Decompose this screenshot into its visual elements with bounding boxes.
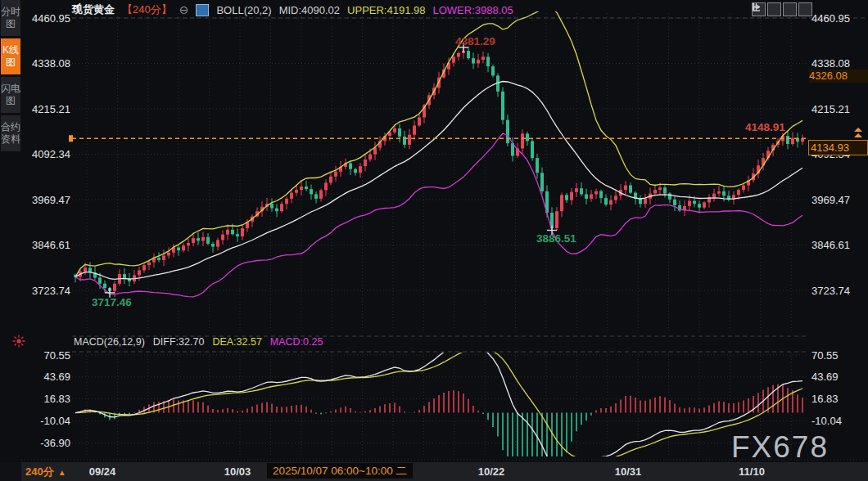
price-axis-label-right: 4215.21 (811, 103, 850, 115)
candle-body (604, 198, 608, 205)
boll-lower-value: LOWER:3988.05 (432, 4, 513, 16)
kline-chart-canvas[interactable]: 3717.464381.293886.514148.914460.954460.… (0, 0, 868, 481)
candle-body (609, 200, 613, 205)
candle-body (319, 190, 323, 198)
candle-body (103, 284, 106, 288)
candle-body (275, 209, 278, 212)
macd-axis-label-right: 70.55 (811, 349, 839, 362)
candle-body (472, 58, 475, 63)
price-axis-label-right: 3969.47 (811, 194, 850, 206)
candle-body (334, 172, 337, 177)
period-selector[interactable]: 240分 ▲ (25, 465, 66, 479)
candle-body (270, 204, 274, 208)
candle-body (418, 117, 421, 125)
candle-body (658, 187, 662, 190)
candle-body (123, 274, 126, 279)
candle-body (157, 258, 160, 260)
collapse-indicator-icon[interactable]: ⊖ (179, 3, 189, 16)
x-axis-label: 09/24 (89, 465, 116, 478)
boll-lower-line (75, 133, 802, 297)
boll-upper-line (75, 7, 802, 277)
candle-body (693, 201, 696, 205)
candle-body (653, 190, 657, 194)
candle-body (324, 182, 328, 190)
price-axis-label-left: 3723.74 (32, 285, 70, 297)
candle-body (560, 195, 563, 211)
candle-body (241, 228, 244, 236)
x-axis-label: 11/10 (739, 465, 765, 478)
candle-body (639, 199, 642, 204)
candle-body (491, 66, 495, 75)
indicator-chart-icon (196, 4, 209, 16)
candle-body (555, 211, 558, 228)
candle-body (187, 243, 190, 245)
candle-body (162, 255, 165, 259)
x-axis-label: 10/22 (478, 465, 505, 478)
selected-candle-time[interactable]: 2025/10/07 06:00~10:00 二 (267, 463, 413, 479)
price-axis-label-right: 4338.08 (811, 57, 850, 70)
candle-body (226, 230, 229, 235)
candle-body (594, 191, 598, 195)
candle-body (467, 51, 470, 58)
candle-body (629, 186, 632, 193)
candle-body (722, 191, 726, 196)
candle-body (644, 199, 647, 204)
candle-body (413, 125, 416, 134)
candle-body (526, 133, 529, 141)
sidebar-tab-contract-info[interactable]: 合约资料 (1, 115, 20, 151)
candle-body (580, 188, 583, 194)
period-label: 【240分】 (122, 2, 172, 17)
candle-body (138, 270, 141, 275)
candle-body (506, 120, 509, 143)
candle-body (285, 199, 288, 204)
candle-body (216, 240, 219, 246)
candle-body (477, 60, 480, 64)
candle-body (310, 189, 313, 194)
candle-body (452, 56, 455, 62)
candle-body (231, 230, 234, 234)
chart-type-sidebar: 分时图 K线图 闪电图 合约资料 (0, 0, 21, 462)
candle-body (575, 188, 578, 192)
candle-body (698, 204, 701, 208)
candle-body (536, 158, 539, 173)
candle-body (364, 160, 367, 166)
candle-body (408, 135, 411, 145)
candle-body (211, 244, 215, 247)
sidebar-tab-lightning-chart[interactable]: 闪电图 (1, 77, 20, 113)
fx678-watermark: FX678 (731, 430, 829, 465)
sidebar-tab-time-chart[interactable]: 分时图 (1, 0, 20, 36)
boll-upper-value: UPPER:4191.98 (347, 4, 425, 16)
candle-body (393, 128, 396, 133)
price-annotation: 4381.29 (455, 35, 495, 47)
candle-body (521, 133, 524, 148)
sidebar-tab-kline-chart[interactable]: K线图 (1, 38, 20, 74)
pan-right-icon[interactable] (798, 2, 812, 16)
scale-x-axis-icon[interactable] (783, 2, 797, 16)
price-annotation: 3717.46 (92, 296, 132, 308)
price-axis-label-left: 4338.08 (32, 57, 70, 70)
candle-body (368, 155, 372, 160)
candle-body (98, 278, 102, 284)
candle-body (717, 191, 721, 194)
candle-body (349, 163, 352, 169)
macd-dea-value: DEA:32.57 (212, 336, 261, 348)
candle-body (403, 137, 406, 145)
price-axis-label-left: 3846.61 (32, 239, 70, 251)
candle-body (540, 173, 544, 191)
candle-body (147, 263, 151, 266)
price-annotation: 3886.51 (536, 232, 576, 245)
candle-body (300, 187, 303, 190)
period-selector-label: 240分 (25, 465, 54, 479)
price-axis-label-right: 3723.74 (811, 285, 850, 297)
scale-y-axis-icon[interactable] (767, 2, 781, 16)
macd-macd-value: MACD:0.25 (270, 336, 323, 348)
candle-body (221, 235, 224, 240)
candle-body (501, 92, 504, 120)
x-axis-label: 10/03 (224, 465, 251, 478)
alert-price-label: 4326.08 (809, 70, 868, 83)
candle-body (565, 195, 568, 200)
candle-body (570, 192, 573, 200)
macd-axis-label-left: 70.55 (43, 349, 70, 362)
candle-body (314, 194, 318, 198)
chart-header: 现货黄金 【240分】 ⊖ BOLL(20,2) MID:4090.02 UPP… (72, 2, 513, 17)
